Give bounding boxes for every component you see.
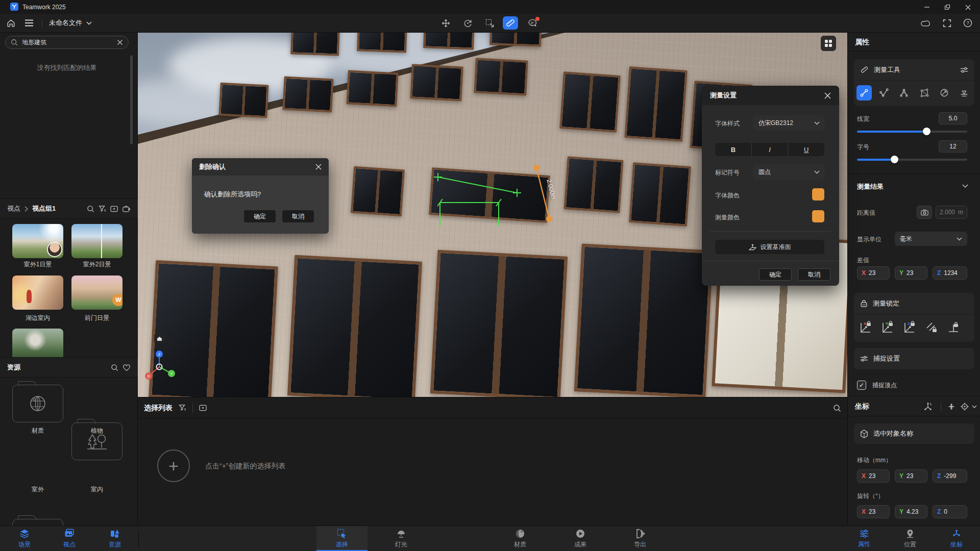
- viewpoint-thumbnail[interactable]: [12, 329, 63, 357]
- move-y-field[interactable]: Y23: [895, 469, 927, 483]
- slider-thumb[interactable]: [923, 128, 930, 135]
- font-color-swatch[interactable]: [812, 188, 824, 201]
- rot-x-field[interactable]: X23: [857, 505, 890, 518]
- measure-color-swatch[interactable]: [812, 210, 824, 222]
- tool-angle-measure[interactable]: [896, 85, 912, 101]
- cloud-icon[interactable]: [920, 17, 932, 29]
- breadcrumb-root[interactable]: 视点: [7, 204, 20, 213]
- coords-gizmo-icon[interactable]: [923, 402, 933, 411]
- snapshot-camera-button[interactable]: [917, 206, 932, 219]
- viewpoint-filter-icon[interactable]: [99, 205, 106, 213]
- create-selection-list-button[interactable]: +: [157, 449, 190, 482]
- clear-search-icon[interactable]: [117, 39, 123, 45]
- tool-area-measure[interactable]: [917, 85, 932, 101]
- line-width-slider[interactable]: [857, 131, 967, 133]
- delta-y-field[interactable]: Y23: [895, 266, 927, 280]
- tool-height-measure[interactable]: [957, 85, 972, 101]
- selection-new-list-icon[interactable]: [199, 404, 207, 412]
- snap-vertex-checkbox[interactable]: ✓: [857, 381, 866, 390]
- lock-axis-x-icon[interactable]: X: [859, 321, 872, 334]
- move-tool-button[interactable]: [438, 16, 453, 30]
- tab-results[interactable]: 成果: [562, 526, 599, 551]
- snap-settings-card[interactable]: 捕捉设置: [854, 348, 974, 369]
- slider-thumb[interactable]: [891, 156, 898, 163]
- tab-materials[interactable]: 材质: [502, 526, 538, 551]
- font-style-dropdown[interactable]: 仿宋GB2312: [753, 115, 825, 131]
- fullscreen-icon[interactable]: [941, 17, 953, 29]
- confirm-button[interactable]: 确定: [759, 268, 792, 281]
- tab-lights[interactable]: 灯光: [383, 526, 420, 551]
- set-datum-button[interactable]: 设置基准面: [715, 240, 824, 254]
- scale-tool-button[interactable]: [482, 16, 497, 30]
- menu-button[interactable]: [22, 17, 36, 29]
- help-icon[interactable]: ?: [962, 17, 974, 29]
- underline-button[interactable]: U: [788, 143, 824, 156]
- confirm-button[interactable]: 确定: [244, 210, 276, 222]
- delta-x-field[interactable]: X23: [857, 266, 890, 280]
- measure-tool-button[interactable]: [503, 16, 518, 30]
- rot-z-field[interactable]: Z0: [933, 505, 967, 518]
- viewpoint-thumbnail[interactable]: [12, 276, 63, 310]
- breadcrumb-group[interactable]: 视点组1: [32, 204, 56, 213]
- rotate-tool-button[interactable]: [460, 16, 475, 30]
- coords-move-icon[interactable]: [947, 402, 956, 411]
- tool-diameter-measure[interactable]: [937, 85, 952, 101]
- selection-search-icon[interactable]: [833, 404, 841, 412]
- tab-export[interactable]: 导出: [622, 526, 658, 551]
- close-button[interactable]: [963, 2, 973, 12]
- move-x-field[interactable]: X23: [857, 469, 890, 483]
- lock-axis-y-icon[interactable]: Y: [881, 321, 894, 334]
- search-input[interactable]: 地形建筑: [5, 36, 129, 49]
- viewpoint-thumbnail[interactable]: [71, 224, 122, 258]
- tab-properties[interactable]: 属性: [846, 526, 883, 551]
- delta-z-field[interactable]: Z1234: [933, 266, 967, 280]
- resource-folder-materials[interactable]: [12, 385, 63, 422]
- tab-scene[interactable]: 场景: [6, 526, 43, 551]
- lock-parallel-icon[interactable]: [925, 321, 938, 334]
- home-button[interactable]: [4, 17, 17, 29]
- move-z-field[interactable]: Z-299: [933, 469, 967, 483]
- close-icon[interactable]: [315, 164, 322, 170]
- viewpoint-search-icon[interactable]: [87, 205, 94, 213]
- rot-y-field[interactable]: Y4.23: [895, 505, 927, 518]
- close-icon[interactable]: [824, 92, 831, 99]
- bold-button[interactable]: B: [715, 143, 751, 156]
- tab-viewpoint[interactable]: 视点: [51, 526, 88, 551]
- favorites-heart-icon[interactable]: [122, 364, 131, 371]
- line-width-value[interactable]: 5.0: [939, 112, 967, 124]
- lock-perpendicular-icon[interactable]: [947, 321, 960, 334]
- minimize-button[interactable]: [922, 2, 932, 12]
- file-menu[interactable]: 未命名文件: [49, 14, 92, 32]
- new-folder-icon[interactable]: [110, 205, 118, 213]
- tool-polyline-measure[interactable]: [876, 85, 892, 101]
- gizmo-home-button[interactable]: [154, 334, 165, 343]
- viewpoint-thumbnail[interactable]: W: [71, 276, 122, 310]
- font-size-value[interactable]: 12: [939, 140, 967, 153]
- chevron-down-icon[interactable]: [972, 405, 977, 408]
- comment-tool-button[interactable]: [525, 16, 540, 30]
- viewpoint-thumbnail[interactable]: [12, 224, 63, 258]
- scrollbar[interactable]: [130, 55, 133, 144]
- tab-select[interactable]: 选择: [324, 526, 360, 551]
- tool-distance-measure[interactable]: [856, 85, 872, 101]
- axis-gizmo[interactable]: Z X Y: [138, 344, 194, 395]
- add-viewpoint-icon[interactable]: [122, 205, 131, 213]
- tab-resources[interactable]: 资源: [96, 526, 133, 551]
- unit-dropdown[interactable]: 毫米: [895, 232, 967, 246]
- panel-header[interactable]: 测量设置: [702, 86, 839, 105]
- snap-vertex-row[interactable]: ✓ 捕捉顶点: [857, 381, 897, 390]
- cancel-button[interactable]: 取消: [798, 268, 830, 281]
- resources-search-icon[interactable]: [111, 364, 118, 371]
- font-size-slider[interactable]: [857, 159, 967, 161]
- lock-axis-z-icon[interactable]: Z: [903, 321, 916, 334]
- collapse-chevron-icon[interactable]: [962, 184, 968, 188]
- tool-settings-icon[interactable]: [960, 66, 968, 73]
- tab-coordinates[interactable]: 坐标: [938, 526, 975, 551]
- marker-dropdown[interactable]: 圆点: [753, 164, 825, 180]
- selection-filter-icon[interactable]: [179, 404, 186, 412]
- italic-button[interactable]: I: [751, 143, 788, 156]
- dialog-header[interactable]: 删除确认: [192, 158, 329, 176]
- restore-button[interactable]: [942, 2, 952, 12]
- coords-target-icon[interactable]: [960, 402, 969, 411]
- tab-location[interactable]: 位置: [892, 526, 928, 551]
